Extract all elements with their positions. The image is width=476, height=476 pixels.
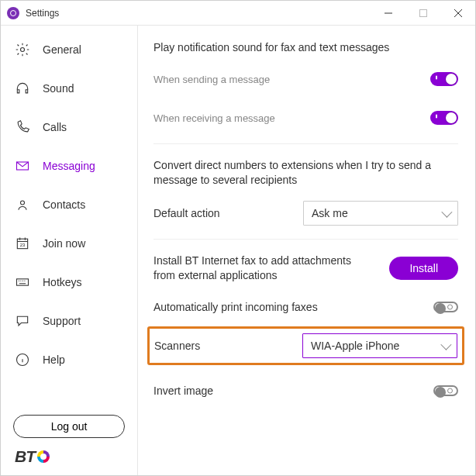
divider: [153, 143, 458, 144]
install-button[interactable]: Install: [389, 257, 458, 280]
receiving-label: When receiving a message: [153, 112, 275, 124]
app-icon: [7, 7, 19, 19]
sidebar-item-sound[interactable]: Sound: [1, 69, 137, 108]
chevron-down-icon: [441, 206, 452, 217]
brand-dot-icon: [37, 450, 50, 463]
envelope-icon: [15, 158, 30, 174]
brand-logo: BT: [1, 447, 137, 475]
sidebar-item-label: Sound: [43, 82, 74, 95]
convert-heading: Convert direct numbers to extensions whe…: [153, 158, 433, 188]
sidebar-item-label: Help: [43, 354, 65, 366]
sidebar-item-label: General: [43, 43, 81, 56]
contact-icon: [15, 197, 30, 212]
install-text: Install BT Internet fax to add attachmen…: [153, 254, 355, 283]
invert-toggle[interactable]: [433, 385, 458, 396]
logout-button[interactable]: Log out: [13, 415, 125, 438]
sidebar-item-label: Support: [43, 315, 81, 327]
headphones-icon: [15, 81, 30, 96]
titlebar: Settings: [1, 1, 475, 26]
sidebar-item-hotkeys[interactable]: Hotkeys: [1, 263, 137, 302]
window-controls: [371, 1, 475, 25]
invert-label: Invert image: [153, 385, 213, 397]
maximize-button[interactable]: [405, 1, 440, 25]
sidebar-item-label: Join now: [43, 237, 85, 250]
minimize-button[interactable]: [371, 1, 405, 25]
window-title: Settings: [26, 8, 371, 19]
divider: [153, 239, 458, 240]
default-action-value: Ask me: [312, 207, 348, 219]
phone-icon: [15, 119, 30, 135]
svg-point-4: [21, 48, 25, 52]
svg-rect-9: [17, 279, 29, 285]
calendar-icon: 23: [15, 236, 30, 251]
close-button[interactable]: [440, 1, 475, 25]
sidebar-item-messaging[interactable]: Messaging: [1, 147, 137, 185]
auto-print-toggle[interactable]: [433, 302, 458, 312]
default-action-select[interactable]: Ask me: [303, 201, 458, 226]
gear-icon: [15, 42, 30, 57]
brand-text: BT: [15, 447, 35, 466]
sending-label: When sending a message: [153, 74, 270, 85]
sidebar-item-calls[interactable]: Calls: [1, 108, 137, 147]
keyboard-icon: [15, 274, 30, 290]
sidebar-item-label: Hotkeys: [43, 276, 82, 288]
sidebar: General Sound Calls Messaging Contacts 2…: [1, 26, 138, 475]
scanners-value: WIA-Apple iPhone: [311, 340, 399, 352]
sidebar-item-label: Messaging: [43, 160, 95, 172]
chat-icon: [15, 313, 30, 329]
scanners-label: Scanners: [154, 340, 200, 352]
svg-point-6: [21, 201, 25, 205]
sending-toggle[interactable]: [430, 72, 458, 86]
svg-text:23: 23: [20, 243, 25, 247]
sidebar-item-label: Calls: [43, 121, 67, 133]
receiving-toggle[interactable]: [430, 111, 458, 125]
notification-heading: Play notification sound for fax and text…: [153, 41, 458, 53]
sidebar-item-join-now[interactable]: 23 Join now: [1, 224, 137, 263]
info-icon: [15, 352, 30, 367]
scanners-highlight: Scanners WIA-Apple iPhone: [147, 326, 464, 365]
svg-rect-1: [419, 9, 426, 16]
content-pane: Play notification sound for fax and text…: [138, 26, 475, 475]
chevron-down-icon: [440, 339, 451, 350]
default-action-label: Default action: [153, 207, 220, 219]
sidebar-item-support[interactable]: Support: [1, 302, 137, 340]
sidebar-item-general[interactable]: General: [1, 30, 137, 69]
sidebar-item-help[interactable]: Help: [1, 340, 137, 379]
sidebar-item-contacts[interactable]: Contacts: [1, 185, 137, 224]
sidebar-item-label: Contacts: [43, 198, 85, 211]
scanners-select[interactable]: WIA-Apple iPhone: [302, 333, 457, 358]
auto-print-label: Automatically print incoming faxes: [153, 301, 318, 313]
